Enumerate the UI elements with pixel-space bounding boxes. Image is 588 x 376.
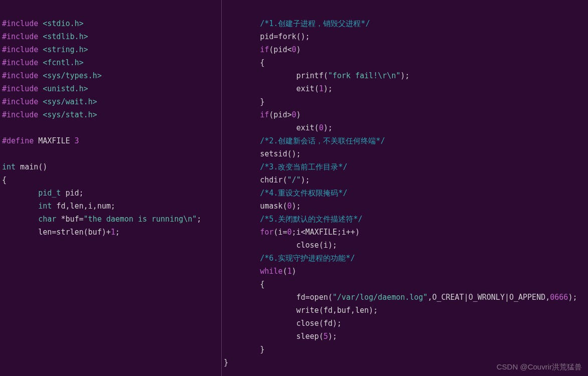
code-line: } — [224, 358, 228, 367]
code-line: /*1.创建子进程，销毁父进程*/ — [224, 19, 370, 28]
code-line: int fd,len,i,num; — [2, 202, 115, 211]
code-line: /*2.创建新会话，不关联任何终端*/ — [224, 136, 385, 145]
code-line: pid_t pid; — [2, 189, 84, 198]
code-line: } — [224, 97, 264, 106]
code-line: pid=fork(); — [224, 32, 310, 41]
code-line: #include <stdlib.h> — [2, 32, 88, 41]
code-line — [2, 123, 7, 132]
code-line: #include <unistd.h> — [2, 84, 88, 93]
code-line: #include <fcntl.h> — [2, 58, 84, 67]
editor-split: #include <stdio.h> #include <stdlib.h> #… — [0, 0, 588, 376]
code-line: close(fd); — [224, 319, 342, 328]
code-pane-left: #include <stdio.h> #include <stdlib.h> #… — [0, 0, 222, 376]
code-line: #include <sys/stat.h> — [2, 110, 97, 119]
code-line: #include <string.h> — [2, 45, 88, 54]
code-line: for(i=0;i<MAXFILE;i++) — [224, 228, 360, 237]
code-line: sleep(5); — [224, 332, 337, 341]
code-line: /*3.改变当前工作目录*/ — [224, 162, 347, 171]
code-line: #include <sys/wait.h> — [2, 97, 97, 106]
code-line: setsid(); — [224, 149, 301, 158]
code-line: #include <stdio.h> — [2, 19, 84, 28]
code-line: /*5.关闭默认的文件描述符*/ — [224, 215, 362, 224]
code-line: exit(0); — [224, 123, 333, 132]
code-line: #include <sys/types.h> — [2, 71, 102, 80]
code-line: len=strlen(buf)+1; — [2, 228, 120, 237]
code-line: close(i); — [224, 241, 337, 250]
code-line: umask(0); — [224, 202, 301, 211]
code-line: int main() — [2, 162, 47, 171]
code-line: /*6.实现守护进程的功能*/ — [224, 254, 355, 263]
code-line: chdir("/"); — [224, 175, 310, 184]
code-line: { — [2, 175, 7, 184]
code-line: char *buf="the daemon is running\n"; — [2, 215, 201, 224]
code-line: { — [224, 280, 264, 289]
code-line: if(pid<0) — [224, 45, 301, 54]
code-pane-right: /*1.创建子进程，销毁父进程*/ pid=fork(); if(pid<0) … — [222, 0, 588, 376]
code-line: if(pid>0) — [224, 110, 301, 119]
code-line: exit(1); — [224, 84, 333, 93]
code-line — [2, 149, 7, 158]
code-line: /*4.重设文件权限掩码*/ — [224, 189, 347, 198]
code-line: while(1) — [224, 267, 297, 276]
code-line: fd=open("/var/log/daemon.log",O_CREAT|O_… — [224, 293, 577, 302]
code-line: #define MAXFILE 3 — [2, 136, 79, 145]
code-line: { — [224, 58, 264, 67]
code-line: printf("fork fail!\r\n"); — [224, 71, 409, 80]
code-line: } — [224, 345, 264, 354]
code-line: write(fd,buf,len); — [224, 306, 378, 315]
